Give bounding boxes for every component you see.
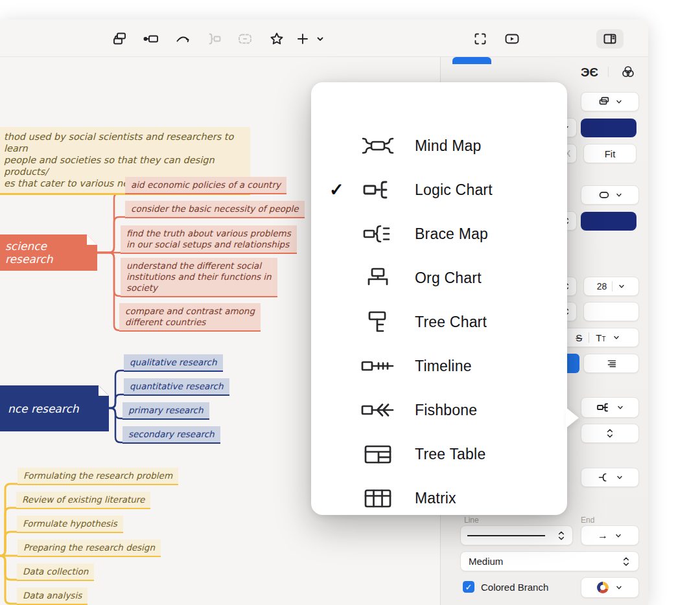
- boundary-icon[interactable]: [235, 29, 255, 49]
- insert-more-icon[interactable]: [293, 29, 312, 49]
- menu-item-logic-chart[interactable]: ✓ Logic Chart: [311, 168, 567, 212]
- subtopic[interactable]: secondary research: [122, 426, 220, 444]
- font-color-field[interactable]: [583, 302, 639, 321]
- menu-item-tree-chart[interactable]: Tree Chart: [311, 300, 567, 344]
- topic-nce-research[interactable]: nce research: [0, 385, 109, 431]
- align-right-icon: [604, 356, 618, 371]
- chevron-down-icon: [615, 584, 623, 591]
- colored-branch-label: Colored Branch: [481, 582, 548, 593]
- align-dropdown[interactable]: [583, 354, 639, 373]
- fullscreen-icon[interactable]: [471, 29, 490, 49]
- topic-label: nce research: [8, 402, 79, 415]
- subtopic[interactable]: Formulating the research problem: [18, 468, 178, 485]
- text-format-group[interactable]: S TT: [557, 328, 639, 347]
- rounded-rect-icon: [597, 188, 611, 202]
- subtopic[interactable]: quantitative research: [124, 378, 229, 396]
- menu-item-label: Logic Chart: [415, 181, 493, 199]
- fold-corner-flap: [87, 234, 97, 245]
- subtopic[interactable]: Formulate hypothesis: [17, 516, 123, 533]
- layout-dropdown[interactable]: [581, 92, 639, 111]
- subtopic[interactable]: consider the basic necessity of people: [125, 201, 305, 218]
- chevron-down-icon: [614, 532, 622, 540]
- tree-chart-icon: [358, 310, 398, 334]
- structure-icon[interactable]: ЭЄ: [581, 65, 598, 80]
- check-icon: ✓: [329, 179, 353, 200]
- shape-dropdown[interactable]: [581, 185, 639, 205]
- line-sample: [467, 535, 545, 536]
- line-width-value: Medium: [469, 556, 503, 567]
- chevron-down-icon: [615, 191, 623, 199]
- text-case-icon[interactable]: TT: [596, 332, 605, 343]
- color-wheel-icon: [597, 582, 609, 593]
- subtopic[interactable]: primary research: [122, 402, 209, 420]
- menu-item-label: Timeline: [415, 358, 472, 375]
- chevron-down-icon: [615, 98, 623, 106]
- strikethrough-icon[interactable]: S: [576, 332, 582, 343]
- topic-science-research[interactable]: science research: [0, 234, 97, 271]
- subtopic[interactable]: qualitative research: [124, 354, 223, 372]
- insert-subtopic-icon[interactable]: [141, 29, 161, 49]
- org-chart-icon: [358, 266, 398, 290]
- menu-item-label: Matrix: [415, 490, 456, 507]
- border-color-swatch[interactable]: [581, 212, 636, 231]
- fill-color-swatch[interactable]: [581, 119, 636, 137]
- subtopic[interactable]: Preparing the research design: [18, 540, 161, 557]
- summary-icon[interactable]: [204, 29, 224, 49]
- brace-map-icon: [358, 223, 398, 245]
- subtopic[interactable]: Review of existing literature: [16, 492, 150, 509]
- menu-item-tree-table[interactable]: Tree Table: [311, 432, 567, 476]
- theme-icon[interactable]: [620, 64, 636, 82]
- stepper-icon: [605, 427, 614, 440]
- fit-button[interactable]: Fit: [583, 144, 636, 163]
- branch-color-dropdown[interactable]: [581, 577, 639, 598]
- menu-item-matrix[interactable]: Matrix: [311, 476, 567, 520]
- subtopic[interactable]: Data analysis: [17, 588, 88, 605]
- app-window: thod used by social scientists and resea…: [0, 19, 648, 605]
- line-width-dropdown[interactable]: Medium: [460, 551, 639, 571]
- font-size-dropdown[interactable]: 28: [583, 277, 639, 296]
- structure-menu: Mind Map ✓ Logic Chart Brace Map Org Cha…: [311, 82, 567, 515]
- topic-label: science research: [5, 240, 97, 266]
- structure-dropdown[interactable]: [581, 397, 639, 418]
- menu-item-brace-map[interactable]: Brace Map: [311, 212, 567, 256]
- menu-item-label: Brace Map: [415, 225, 488, 243]
- branch-style-dropdown[interactable]: [581, 468, 639, 487]
- insert-more-chevron-icon[interactable]: [310, 29, 330, 49]
- subtopic[interactable]: understand the different social institut…: [121, 258, 277, 297]
- fold-corner-flap: [99, 385, 109, 396]
- line-style-dropdown[interactable]: [460, 525, 573, 545]
- spacing-stepper[interactable]: [581, 424, 639, 443]
- subtopic[interactable]: find the truth about various problems in…: [121, 225, 297, 254]
- arrow-end-icon: →: [598, 530, 608, 542]
- stepper-icon: [622, 555, 631, 568]
- logic-chart-icon: [358, 179, 398, 201]
- panel-toggle-icon[interactable]: [596, 29, 624, 49]
- mark-star-icon[interactable]: [267, 29, 286, 49]
- tab-style-active[interactable]: [452, 57, 491, 64]
- stepper-icon: [557, 529, 566, 542]
- divider: [612, 281, 612, 291]
- video-tutorial-icon[interactable]: [502, 29, 522, 49]
- menu-item-fishbone[interactable]: Fishbone: [311, 388, 567, 432]
- toolbar: [0, 19, 648, 57]
- menu-item-org-chart[interactable]: Org Chart: [311, 256, 567, 300]
- divider: [589, 332, 589, 343]
- menu-pointer-arrow: [566, 407, 579, 428]
- subtopic[interactable]: compare and contrast among different cou…: [119, 303, 261, 332]
- chevron-down-icon: [616, 474, 624, 481]
- menu-item-label: Org Chart: [415, 269, 482, 287]
- end-label: End: [581, 516, 594, 525]
- chevron-down-icon: [612, 334, 620, 341]
- matrix-icon: [358, 487, 398, 509]
- colored-branch-checkbox[interactable]: ✓: [463, 581, 474, 593]
- subtopic[interactable]: Data collection: [17, 564, 94, 581]
- menu-item-mind-map[interactable]: Mind Map: [311, 124, 567, 168]
- menu-item-label: Tree Table: [415, 446, 485, 463]
- subtopic[interactable]: aid economic policies of a country: [125, 177, 286, 194]
- mind-map-icon: [358, 135, 398, 157]
- header-divider: [608, 67, 609, 77]
- insert-topic-icon[interactable]: [110, 29, 130, 49]
- relationship-icon[interactable]: [173, 29, 192, 49]
- menu-item-timeline[interactable]: Timeline: [311, 344, 567, 388]
- line-end-dropdown[interactable]: →: [581, 525, 639, 545]
